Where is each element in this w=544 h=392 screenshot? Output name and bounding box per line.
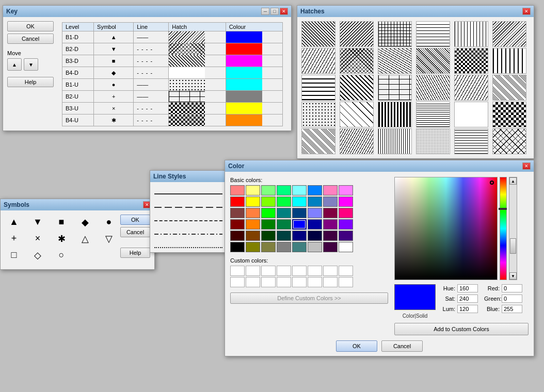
- scroll-down-arrow[interactable]: ▼: [509, 272, 517, 280]
- hatch-item[interactable]: [378, 102, 412, 127]
- color-spectrum[interactable]: [394, 177, 498, 280]
- basic-color-swatch[interactable]: [230, 231, 245, 241]
- basic-color-swatch[interactable]: [277, 231, 291, 241]
- custom-swatch[interactable]: [261, 277, 276, 287]
- hatch-item[interactable]: [378, 21, 412, 47]
- hatch-item[interactable]: [492, 75, 526, 101]
- basic-color-swatch[interactable]: [277, 197, 291, 207]
- hatch-item[interactable]: [416, 75, 450, 101]
- line-dot-dash[interactable]: [154, 226, 222, 235]
- hatch-item[interactable]: [301, 48, 335, 74]
- hatch-item[interactable]: [492, 102, 526, 127]
- define-custom-colors-btn[interactable]: Define Custom Colors >>: [230, 292, 388, 304]
- basic-color-swatch[interactable]: [230, 185, 245, 195]
- basic-color-swatch[interactable]: [261, 219, 276, 230]
- symbol-diamond-open[interactable]: ◇: [28, 250, 47, 261]
- basic-color-swatch[interactable]: [339, 197, 353, 207]
- symbol-plus[interactable]: +: [5, 233, 23, 244]
- hatch-item[interactable]: [340, 48, 374, 74]
- basic-color-swatch[interactable]: [308, 242, 322, 252]
- key-up-arrow[interactable]: ▲: [7, 58, 22, 71]
- basic-color-swatch[interactable]: [261, 208, 276, 218]
- basic-color-swatch[interactable]: [261, 197, 276, 207]
- basic-color-swatch[interactable]: [246, 185, 260, 195]
- hatch-item[interactable]: [340, 75, 374, 101]
- hatch-item[interactable]: [492, 21, 526, 47]
- basic-color-swatch[interactable]: [292, 197, 307, 207]
- basic-color-swatch[interactable]: [246, 242, 260, 252]
- scroll-thumb[interactable]: [510, 238, 516, 254]
- color-ok-btn[interactable]: OK: [336, 340, 377, 352]
- basic-color-swatch[interactable]: [308, 219, 322, 230]
- custom-swatch[interactable]: [308, 266, 322, 276]
- hatch-item[interactable]: [340, 128, 374, 154]
- symbol-circle[interactable]: ●: [100, 217, 118, 228]
- luminance-scrollbar[interactable]: ▲ ▼: [509, 177, 517, 280]
- line-solid[interactable]: [154, 186, 222, 194]
- basic-color-swatch[interactable]: [292, 208, 307, 218]
- basic-color-swatch[interactable]: [277, 242, 291, 252]
- hatch-item[interactable]: [416, 48, 450, 74]
- custom-swatch[interactable]: [323, 266, 338, 276]
- symbol-star[interactable]: ✱: [52, 233, 71, 244]
- basic-color-swatch[interactable]: [339, 185, 353, 195]
- custom-swatch[interactable]: [292, 266, 307, 276]
- key-cancel-btn[interactable]: Cancel: [7, 34, 54, 44]
- hue-input[interactable]: [457, 284, 478, 292]
- symbols-cancel-btn[interactable]: Cancel: [120, 227, 150, 237]
- symbol-triangle-down-open[interactable]: ▽: [100, 233, 118, 244]
- add-custom-colors-btn[interactable]: Add to Custom Colors: [394, 323, 529, 335]
- hatch-item[interactable]: [416, 21, 450, 47]
- hatch-item[interactable]: [492, 128, 526, 154]
- selected-color-box[interactable]: [394, 284, 436, 310]
- basic-color-swatch[interactable]: [308, 231, 322, 241]
- symbols-help-btn[interactable]: Help: [120, 248, 150, 258]
- key-help-btn[interactable]: Help: [7, 77, 54, 87]
- custom-swatch[interactable]: [261, 266, 276, 276]
- red-input[interactable]: [502, 284, 522, 292]
- symbol-square-open[interactable]: □: [5, 250, 23, 261]
- basic-color-swatch[interactable]: [339, 231, 353, 241]
- basic-color-swatch[interactable]: [246, 219, 260, 230]
- custom-swatch[interactable]: [246, 277, 260, 287]
- line-long-dash[interactable]: [154, 200, 222, 208]
- hatch-item[interactable]: [340, 102, 374, 127]
- symbol-diamond-filled[interactable]: ◆: [76, 217, 94, 228]
- green-input[interactable]: [502, 295, 522, 303]
- basic-color-swatch[interactable]: [308, 197, 322, 207]
- symbol-circle-open[interactable]: ○: [52, 250, 71, 261]
- basic-color-swatch[interactable]: [230, 208, 245, 218]
- hatch-item[interactable]: [454, 102, 488, 127]
- hatch-item[interactable]: [301, 75, 335, 101]
- basic-color-swatch[interactable]: [323, 208, 338, 218]
- basic-color-swatch[interactable]: [246, 231, 260, 241]
- key-down-arrow[interactable]: ▼: [24, 58, 38, 71]
- key-maximize-btn[interactable]: □: [270, 8, 279, 15]
- custom-swatch[interactable]: [277, 277, 291, 287]
- custom-swatch[interactable]: [246, 266, 260, 276]
- color-cancel-btn[interactable]: Cancel: [381, 340, 423, 352]
- hatch-item[interactable]: [454, 128, 488, 154]
- basic-color-swatch[interactable]: [292, 242, 307, 252]
- hatch-item[interactable]: [454, 75, 488, 101]
- hatch-item[interactable]: [378, 128, 412, 154]
- basic-color-swatch[interactable]: [292, 185, 307, 195]
- basic-color-swatch[interactable]: [230, 242, 245, 252]
- basic-color-swatch[interactable]: [292, 231, 307, 241]
- key-ok-btn[interactable]: OK: [7, 21, 54, 31]
- custom-swatch[interactable]: [277, 266, 291, 276]
- custom-swatch[interactable]: [292, 277, 307, 287]
- basic-color-swatch[interactable]: [261, 185, 276, 195]
- basic-color-swatch[interactable]: [261, 242, 276, 252]
- basic-color-swatch[interactable]: [323, 197, 338, 207]
- symbols-ok-btn[interactable]: OK: [120, 215, 150, 225]
- symbol-triangle-down[interactable]: ▼: [28, 217, 47, 228]
- symbol-square[interactable]: ■: [52, 217, 71, 228]
- hatch-item[interactable]: [454, 48, 488, 74]
- basic-color-swatch[interactable]: [323, 231, 338, 241]
- basic-color-swatch[interactable]: [292, 219, 307, 230]
- hatch-item[interactable]: [416, 102, 450, 127]
- basic-color-swatch[interactable]: [277, 185, 291, 195]
- basic-color-swatch[interactable]: [230, 197, 245, 207]
- custom-swatch[interactable]: [230, 266, 245, 276]
